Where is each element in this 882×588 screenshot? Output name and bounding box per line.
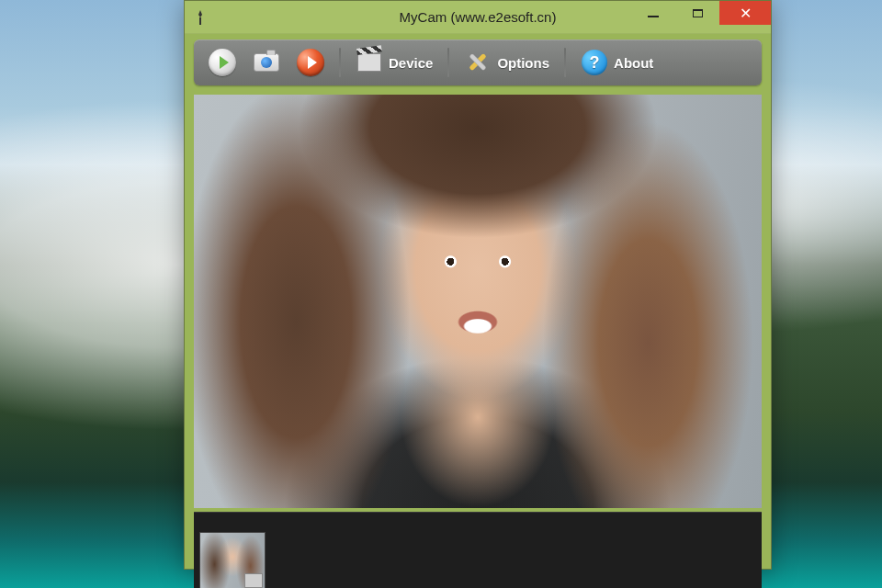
close-icon: ✕	[740, 5, 752, 22]
camera-icon	[253, 49, 280, 76]
about-button[interactable]: ? About	[575, 45, 659, 80]
close-button[interactable]: ✕	[719, 1, 771, 25]
options-label: Options	[497, 55, 549, 71]
toolbar-separator	[564, 48, 566, 77]
play-icon	[209, 49, 236, 76]
help-icon: ?	[581, 49, 608, 76]
thumbnail-strip	[194, 512, 762, 588]
record-icon	[297, 49, 324, 76]
toolbar-separator	[339, 48, 341, 77]
camera-feed-image	[194, 95, 762, 508]
about-label: About	[614, 55, 653, 71]
options-button[interactable]: Options	[458, 45, 555, 80]
app-icon	[192, 9, 209, 26]
toolbar-separator	[447, 48, 449, 77]
minimize-button[interactable]	[631, 1, 675, 25]
divider	[194, 512, 762, 513]
device-label: Device	[389, 55, 433, 71]
toolbar: Device Options ? About	[194, 40, 762, 85]
minimize-icon	[648, 16, 659, 17]
tools-icon	[464, 49, 492, 76]
snapshot-button[interactable]	[247, 45, 286, 80]
video-preview	[194, 95, 762, 508]
play-button[interactable]	[203, 45, 242, 80]
snapshot-thumbnail[interactable]	[199, 532, 266, 588]
video-frame	[194, 95, 762, 508]
media-type-icon	[244, 573, 263, 588]
device-button[interactable]: Device	[350, 45, 438, 80]
app-window: MyCam (www.e2esoft.cn) ✕ Device Options	[184, 0, 772, 570]
record-button[interactable]	[291, 45, 330, 80]
maximize-button[interactable]	[675, 1, 719, 25]
window-controls: ✕	[631, 1, 771, 27]
clapperboard-icon	[356, 49, 383, 76]
titlebar[interactable]: MyCam (www.e2esoft.cn) ✕	[185, 1, 771, 34]
maximize-icon	[693, 9, 703, 17]
